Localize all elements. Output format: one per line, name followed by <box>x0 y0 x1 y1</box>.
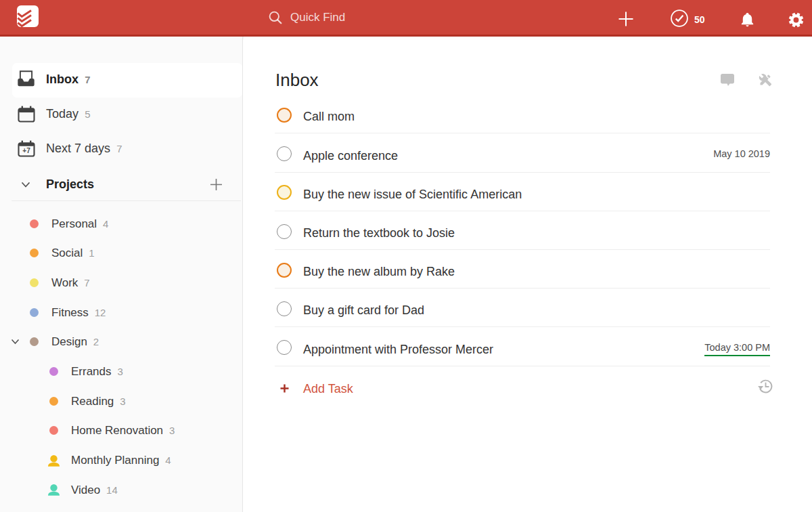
svg-text:+7: +7 <box>22 147 30 154</box>
